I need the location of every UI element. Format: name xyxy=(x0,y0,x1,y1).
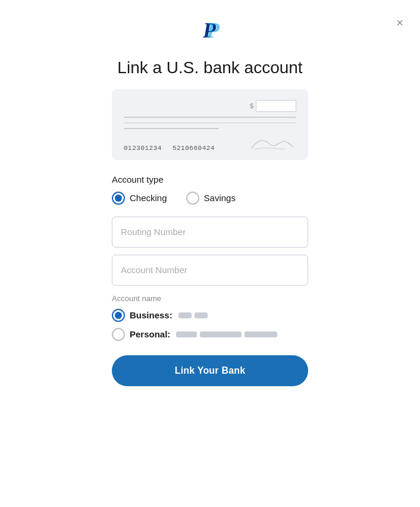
savings-option[interactable]: Savings xyxy=(186,192,236,205)
savings-radio-outer xyxy=(186,192,199,205)
modal-header: P P × xyxy=(0,0,420,52)
account-name-label: Account name xyxy=(112,294,308,303)
savings-label: Savings xyxy=(204,193,236,203)
account-name-group: Business: Personal: xyxy=(112,309,308,341)
personal-row: Personal: xyxy=(112,328,308,341)
check-illustration: $ 012301234 5210660424 xyxy=(112,89,308,160)
checking-radio-inner xyxy=(115,195,122,202)
personal-radio-outer xyxy=(112,328,125,341)
form-section: Account type Checking Savings Account na… xyxy=(112,174,308,410)
check-line-3 xyxy=(124,128,219,129)
page-title: Link a U.S. bank account xyxy=(117,58,302,77)
routing-number-input[interactable] xyxy=(112,217,308,248)
check-signature-svg xyxy=(249,135,296,152)
checking-option[interactable]: Checking xyxy=(112,192,167,205)
checking-label: Checking xyxy=(130,193,167,203)
block-1 xyxy=(178,312,192,318)
svg-text:P: P xyxy=(206,18,220,40)
modal-container: P P × Link a U.S. bank account $ 0123012… xyxy=(0,0,420,507)
business-radio-inner xyxy=(115,312,122,319)
business-row: Business: xyxy=(112,309,308,322)
account-type-radio-group: Checking Savings xyxy=(112,192,308,205)
check-line-1 xyxy=(124,117,296,118)
routing-display: 012301234 xyxy=(124,145,162,152)
check-numbers: 012301234 5210660424 xyxy=(124,145,215,152)
block-3 xyxy=(176,331,197,337)
close-button[interactable]: × xyxy=(396,17,403,29)
dollar-sign: $ xyxy=(250,102,253,109)
business-label: Business: xyxy=(130,310,173,320)
business-name-placeholder xyxy=(178,312,208,318)
block-2 xyxy=(195,312,208,318)
personal-label: Personal: xyxy=(130,329,170,339)
block-5 xyxy=(245,331,277,337)
account-type-label: Account type xyxy=(112,174,308,184)
link-bank-button[interactable]: Link Your Bank xyxy=(112,355,308,386)
account-number-input[interactable] xyxy=(112,255,308,286)
personal-name-placeholder xyxy=(176,331,277,337)
block-4 xyxy=(200,331,242,337)
check-line-2 xyxy=(124,123,296,124)
check-amount-box xyxy=(256,100,296,112)
personal-option[interactable]: Personal: xyxy=(112,328,170,341)
business-option[interactable]: Business: xyxy=(112,309,173,322)
business-radio-outer xyxy=(112,309,125,322)
checking-radio-outer xyxy=(112,192,125,205)
account-display: 5210660424 xyxy=(173,145,215,152)
paypal-logo: P P xyxy=(198,17,222,43)
